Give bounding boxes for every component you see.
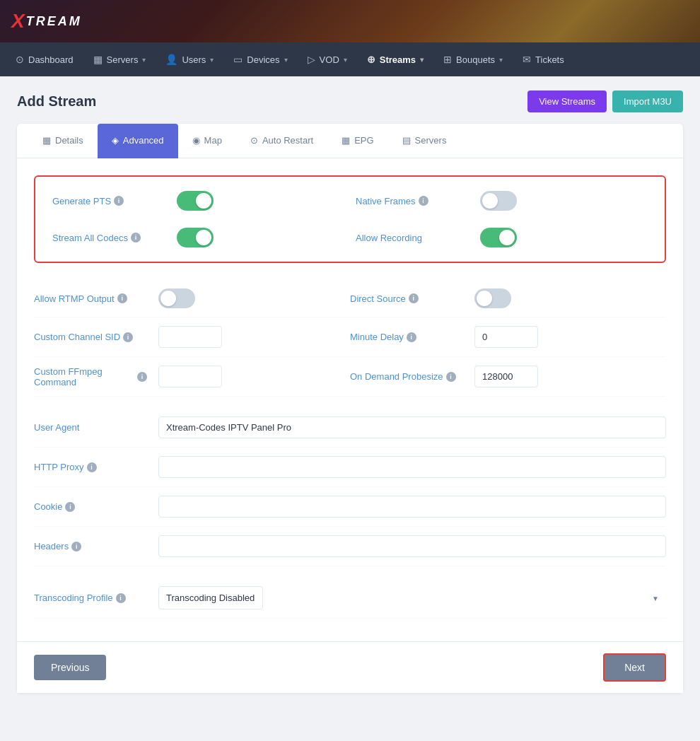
custom-ffmpeg-info-icon[interactable]: i: [137, 372, 147, 382]
nav-item-streams[interactable]: ⊕ Streams ▾: [357, 42, 433, 76]
direct-source-info-icon[interactable]: i: [409, 293, 419, 303]
nav-item-users[interactable]: 👤 Users ▾: [156, 42, 223, 76]
cookie-info-icon[interactable]: i: [65, 502, 75, 512]
page-content: Add Stream View Streams Import M3U ▦ Det…: [0, 76, 700, 707]
tab-details[interactable]: ▦ Details: [28, 124, 98, 158]
epg-tab-icon: ▦: [342, 135, 350, 146]
previous-button[interactable]: Previous: [34, 655, 106, 680]
http-proxy-row: HTTP Proxy i: [34, 448, 666, 487]
nav-item-vod[interactable]: ▷ VOD ▾: [298, 42, 357, 76]
highlighted-section: Generate PTS i Native Frames i: [34, 175, 666, 263]
headers-info-icon[interactable]: i: [71, 542, 81, 552]
channel-sid-row: Custom Channel SID i Minute Delay i: [34, 317, 666, 357]
import-m3u-button[interactable]: Import M3U: [612, 91, 683, 112]
cookie-input[interactable]: [158, 496, 666, 518]
tab-auto-restart[interactable]: ⊙ Auto Restart: [236, 124, 327, 158]
next-button[interactable]: Next: [603, 653, 666, 682]
servers-icon: ▦: [93, 54, 103, 65]
custom-channel-sid-info-icon[interactable]: i: [123, 332, 133, 342]
tab-map-label: Map: [204, 135, 222, 146]
ffmpeg-probesize-row: Custom FFmpeg Command i On Demand Probes…: [34, 357, 666, 397]
devices-icon: ▭: [233, 54, 243, 65]
main-card: ▦ Details ◈ Advanced ◉ Map ⊙ Auto Restar…: [17, 124, 683, 693]
allow-rtmp-toggle[interactable]: [158, 288, 195, 308]
map-tab-icon: ◉: [192, 135, 200, 146]
http-proxy-content: HTTP Proxy i: [34, 456, 666, 478]
bouquets-icon: ⊞: [443, 54, 452, 65]
logo: X TREAM: [11, 10, 82, 33]
native-frames-toggle[interactable]: [480, 191, 517, 211]
allow-rtmp-info-icon[interactable]: i: [117, 293, 127, 303]
chevron-down-icon: ▾: [420, 56, 424, 64]
transcoding-profile-select-wrap: Transcoding Disabled: [158, 586, 666, 609]
tab-details-label: Details: [55, 135, 83, 146]
custom-channel-sid-group: Custom Channel SID i: [34, 326, 350, 348]
http-proxy-info-icon[interactable]: i: [87, 462, 97, 472]
headers-input[interactable]: [158, 535, 666, 557]
chevron-down-icon: ▾: [284, 56, 288, 64]
native-frames-info-icon[interactable]: i: [419, 196, 428, 206]
nav-label-bouquets: Bouquets: [456, 54, 495, 65]
allow-rtmp-label: Allow RTMP Output i: [34, 293, 147, 304]
http-proxy-input[interactable]: [158, 456, 666, 478]
direct-source-toggle[interactable]: [474, 288, 511, 308]
custom-channel-sid-input[interactable]: [158, 326, 222, 348]
cookie-row: Cookie i: [34, 487, 666, 527]
nav-label-streams: Streams: [380, 54, 416, 65]
page-header: Add Stream View Streams Import M3U: [17, 91, 683, 112]
nav-item-devices[interactable]: ▭ Devices ▾: [223, 42, 297, 76]
allow-recording-label: Allow Recording: [356, 233, 469, 243]
nav-label-users: Users: [182, 54, 206, 65]
headers-input-area: [158, 535, 666, 557]
transcoding-profile-row: Transcoding Profile i Transcoding Disabl…: [34, 578, 666, 619]
on-demand-probesize-input[interactable]: [474, 366, 538, 387]
custom-channel-sid-label: Custom Channel SID i: [34, 332, 147, 342]
http-proxy-input-area: [158, 456, 666, 478]
generate-pts-info-icon[interactable]: i: [114, 196, 124, 206]
transcoding-profile-select[interactable]: Transcoding Disabled: [158, 586, 263, 609]
custom-ffmpeg-input[interactable]: [158, 366, 222, 387]
bottom-bar: Previous Next: [17, 641, 683, 693]
stream-all-codecs-info-icon[interactable]: i: [131, 233, 141, 243]
allow-recording-toggle[interactable]: [480, 228, 517, 247]
on-demand-probesize-group: On Demand Probesize i: [350, 366, 666, 387]
logo-x: X: [11, 10, 25, 33]
nav-item-servers[interactable]: ▦ Servers ▾: [83, 42, 156, 76]
on-demand-probesize-info-icon[interactable]: i: [446, 372, 456, 382]
tab-auto-restart-label: Auto Restart: [262, 135, 313, 146]
headers-content: Headers i: [34, 535, 666, 557]
cookie-content: Cookie i: [34, 496, 666, 518]
tab-map[interactable]: ◉ Map: [178, 124, 236, 158]
nav-item-bouquets[interactable]: ⊞ Bouquets ▾: [433, 42, 513, 76]
on-demand-probesize-label: On Demand Probesize i: [350, 371, 463, 382]
user-agent-row: User Agent: [34, 408, 666, 448]
view-streams-button[interactable]: View Streams: [527, 91, 607, 112]
allow-recording-group: Allow Recording: [356, 228, 648, 247]
tab-epg-label: EPG: [354, 135, 373, 146]
transcoding-profile-info-icon[interactable]: i: [116, 593, 126, 603]
tab-advanced[interactable]: ◈ Advanced: [98, 124, 178, 158]
http-proxy-label: HTTP Proxy i: [34, 462, 147, 472]
transcoding-profile-content: Transcoding Profile i Transcoding Disabl…: [34, 586, 666, 609]
stream-all-codecs-group: Stream All Codecs i: [52, 228, 344, 247]
vod-icon: ▷: [308, 54, 315, 65]
form-area: Generate PTS i Native Frames i: [17, 158, 683, 636]
nav-label-vod: VOD: [320, 54, 339, 65]
chevron-down-icon: ▾: [344, 56, 347, 64]
highlighted-row-1: Generate PTS i Native Frames i: [52, 191, 648, 211]
user-agent-input[interactable]: [158, 416, 666, 438]
stream-all-codecs-toggle[interactable]: [177, 228, 214, 247]
chevron-down-icon: ▾: [210, 56, 214, 64]
allow-rtmp-group: Allow RTMP Output i: [34, 288, 350, 308]
transcoding-profile-label: Transcoding Profile i: [34, 593, 147, 603]
streams-icon: ⊕: [367, 54, 375, 65]
generate-pts-toggle[interactable]: [177, 191, 214, 211]
minute-delay-info-icon[interactable]: i: [407, 332, 416, 342]
nav-item-dashboard[interactable]: ⊙ Dashboard: [6, 42, 83, 76]
tabs-bar: ▦ Details ◈ Advanced ◉ Map ⊙ Auto Restar…: [17, 124, 683, 158]
minute-delay-input[interactable]: [474, 326, 538, 348]
tab-epg[interactable]: ▦ EPG: [327, 124, 387, 158]
nav-item-tickets[interactable]: ✉ Tickets: [513, 42, 574, 76]
chevron-down-icon: ▾: [499, 56, 503, 64]
tab-servers[interactable]: ▤ Servers: [388, 124, 461, 158]
